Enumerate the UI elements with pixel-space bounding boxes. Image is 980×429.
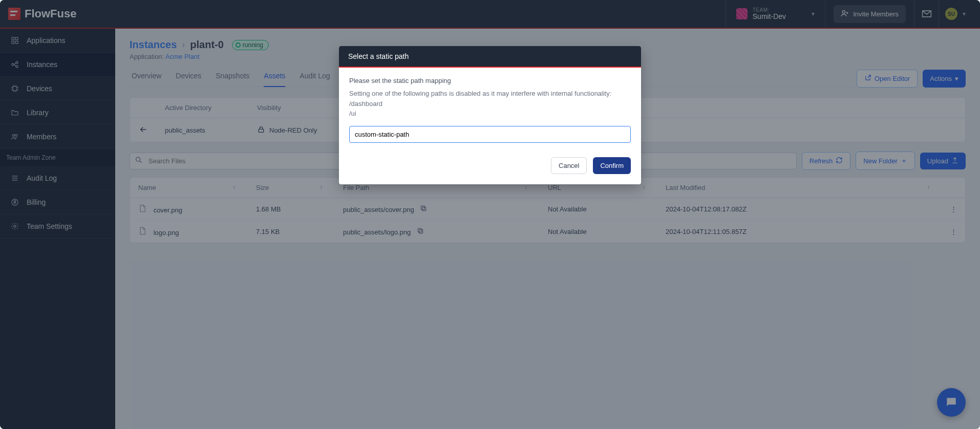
disabled-path-1: /ui <box>349 109 631 119</box>
disabled-path-0: /dashboard <box>349 99 631 109</box>
static-path-modal: Select a static path Please set the stat… <box>339 46 641 184</box>
static-path-input[interactable] <box>349 126 631 143</box>
cancel-button[interactable]: Cancel <box>551 157 587 174</box>
modal-warning: Setting one of the following paths is di… <box>349 89 631 99</box>
modal-instruction: Please set the static path mapping <box>349 77 631 84</box>
modal-title: Select a static path <box>339 46 641 68</box>
confirm-button[interactable]: Confirm <box>593 157 631 174</box>
modal-backdrop[interactable]: Select a static path Please set the stat… <box>0 0 980 429</box>
